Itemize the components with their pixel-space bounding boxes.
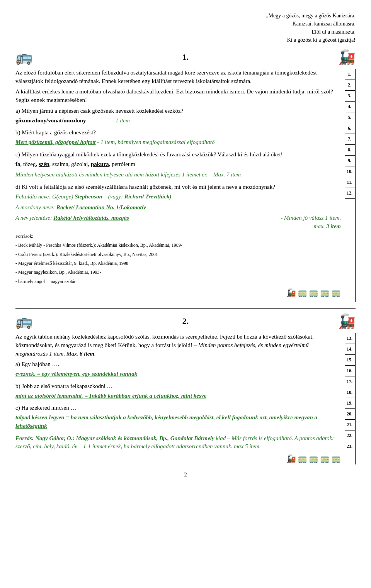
score-row-5: 5.	[345, 112, 355, 123]
answer-2b-text: mint az utolsóról lemaradni. = Inkább ko…	[15, 392, 341, 400]
page: „Megy a gőzös, megy a gőzös Kanizsára, K…	[15, 12, 356, 479]
section1-sources: Források: - Beck Mihály - Peschka Vilmos…	[15, 233, 341, 285]
poem-line4: Ki a gőzöst ki a gőzöst igazítja!	[15, 36, 356, 44]
answer-1d-train1: A mozdony neve: Rocket/ Locomotion No. 1…	[15, 203, 341, 212]
mini-train-4: 🚃	[320, 287, 330, 298]
mini-train-s2-4: 🚃	[320, 453, 330, 464]
score-row-15: 15.	[345, 355, 355, 366]
section1-intro1: Az előző fordulóban elért sikereiden fel…	[15, 69, 341, 86]
score-row-17: 17.	[345, 376, 355, 387]
answer-1d-inventor: Feltaláló neve: G(eorge) Stephenson (vag…	[15, 193, 341, 201]
answer-1d-train2-row: A név jelentése: Rakéta/ helyváltoztatás…	[15, 214, 341, 231]
question-1d: d) Ki volt a feltalálója az első személy…	[15, 183, 341, 298]
score-row-18: 18.	[345, 387, 355, 398]
mini-train-s2-5: 🚃	[331, 453, 341, 464]
source-1: - Beck Mihály - Peschka Vilmos (főszerk.…	[15, 242, 341, 249]
source-4: - Magyar nagylexikon, Bp., Akadémiai, 19…	[15, 269, 341, 276]
mini-train-2: 🚃	[298, 287, 307, 298]
score-column-1: 1. 2. 3. 4. 5. 6. 7. 8. 9. 10. 11. 12.	[345, 69, 356, 302]
question-2c-label: c) Ha szekered nincsen …	[15, 404, 341, 412]
mini-train-s2-3: 🚃	[309, 453, 318, 464]
answer-1b-text: Mert gőzüzemű, gőzgéppel hajtott - 1 ite…	[15, 139, 214, 145]
source-5: - bármely angol – magyar szótár	[15, 278, 341, 285]
question-1b: b) Miért kapta a gőzös elnevezést? Mert …	[15, 129, 341, 147]
mini-train-s2-2: 🚃	[298, 453, 307, 464]
train-icon-right-2: 🚂	[338, 311, 356, 331]
bus-icon-left: 🚌	[15, 47, 33, 67]
answer-1a-text: gőzmozdony/vonat/mozdony	[15, 117, 86, 124]
score-row-4: 4.	[345, 102, 355, 112]
question-2b: b) Jobb az első vonatra felkapaszkodni ……	[15, 382, 341, 400]
mini-trains-row: 🚂 🚃 🚃 🚃 🚃	[15, 287, 341, 298]
question-2a: a) Egy hajóban …. eveznek. = egy vélemén…	[15, 360, 341, 378]
score-row-22: 22.	[345, 430, 355, 441]
score-row-10: 10.	[345, 166, 355, 177]
score-column-2: 13. 14. 15. 16. 17. 18. 19. 20. 21. 22. …	[345, 333, 356, 464]
answer-1b: Mert gőzüzemű, gőzgéppel hajtott - 1 ite…	[15, 138, 341, 147]
score-row-16: 16.	[345, 366, 355, 376]
section2-header: 🚌 2. 🚂	[15, 315, 356, 327]
score-row-13: 13.	[345, 333, 355, 344]
source-3: - Magyar értelmező kéziszótár, 9. kiad.,…	[15, 260, 341, 267]
section2-number: 2.	[182, 315, 189, 327]
train-icon-right: 🚂	[338, 47, 356, 67]
question-1a: a) Milyen jármű a népiesen csak gőzösnek…	[15, 107, 341, 125]
score-row-11: 11.	[345, 177, 355, 188]
section1-header: 🚌 1. 🚂	[15, 51, 356, 63]
section2-container: Az egyik tablón néhány közlekedéshez kap…	[15, 333, 356, 464]
answer-1c-list: fa, tőzeg, szén, szalma, gázolaj, pakura…	[15, 160, 341, 169]
score-row-6: 6.	[345, 123, 355, 134]
score-row-8: 8.	[345, 145, 355, 156]
score-row-19: 19.	[345, 398, 355, 409]
answer-2a-text: eveznek. = egy véleményen, egy szándékka…	[15, 370, 341, 378]
answer-1c-fa: fa	[15, 161, 20, 167]
score-row-9: 9.	[345, 156, 355, 166]
question-1b-label: b) Miért kapta a gőzös elnevezést?	[15, 129, 341, 137]
score-row-14: 14.	[345, 344, 355, 355]
answer-1c-note: Minden helyesen aláhúzott és minden hely…	[15, 171, 341, 179]
question-2b-label: b) Jobb az első vonatra felkapaszkodni …	[15, 382, 341, 391]
poem-line3: Elől ül a masiniszta,	[15, 28, 356, 36]
section2-source-note: Forrás: Nagy Gábor, O.: Magyar szólások …	[15, 434, 341, 451]
score-row-23: 23.	[345, 441, 355, 452]
sources-title: Források:	[15, 233, 341, 240]
page-number: 2	[15, 471, 356, 479]
question-1a-label: a) Milyen jármű a népiesen csak gőzösnek…	[15, 107, 341, 115]
section1-number: 1.	[182, 51, 189, 63]
score-row-7: 7.	[345, 134, 355, 145]
answer-2c-text: talpad készen legyen = ha nem választhat…	[15, 413, 341, 430]
answer-1a-score: - 1 item	[112, 117, 130, 124]
header-poem: „Megy a gőzös, megy a gőzös Kanizsára, K…	[15, 12, 356, 44]
answer-1c-szen: szén	[39, 161, 49, 167]
mini-train-3: 🚃	[309, 287, 318, 298]
score-row-2: 2.	[345, 80, 355, 91]
source-2: - Csóti Ferenc (szerk.): Közlekedéstörté…	[15, 251, 341, 258]
poem-line1: „Megy a gőzös, megy a gőzös Kanizsára,	[15, 12, 356, 20]
section2-main: Az egyik tablón néhány közlekedéshez kap…	[15, 333, 341, 464]
answer-1a: gőzmozdony/vonat/mozdony - 1 item	[15, 117, 341, 125]
question-1c-label: c) Milyen tüzelőanyaggal működtek ezek a…	[15, 151, 341, 159]
score-row-12: 12.	[345, 188, 355, 199]
question-2c: c) Ha szekered nincsen … talpad készen l…	[15, 404, 341, 430]
question-1c: c) Milyen tüzelőanyaggal működtek ezek a…	[15, 151, 341, 179]
answer-1d-train2: A név jelentése: Rakéta/ helyváltoztatás…	[15, 214, 129, 231]
section2-intro: Az egyik tablón néhány közlekedéshez kap…	[15, 333, 341, 358]
score-row-1: 1.	[345, 69, 355, 80]
mini-train-s2-1: 🚂	[286, 453, 296, 464]
section1-container: Az előző fordulóban elért sikereiden fel…	[15, 69, 356, 302]
score-row-21: 21.	[345, 420, 355, 430]
section1-intro2: A kiállítást érdekes lenne a mottóban ol…	[15, 88, 341, 105]
section1-main: Az előző fordulóban elért sikereiden fel…	[15, 69, 341, 302]
answer-1d-score: - Minden jó válasz 1 item,max. 3 item	[281, 214, 341, 231]
question-2a-label: a) Egy hajóban ….	[15, 360, 341, 369]
section-divider	[15, 308, 356, 309]
score-row-20: 20.	[345, 409, 355, 420]
poem-line2: Kanizsai, kanizsai állomásra.	[15, 20, 356, 28]
mini-trains-row-2: 🚂 🚃 🚃 🚃 🚃	[15, 453, 341, 464]
score-row-3: 3.	[345, 91, 355, 102]
answer-1c-pakura: pakura	[91, 161, 109, 167]
question-1d-label: d) Ki volt a feltalálója az első személy…	[15, 183, 341, 191]
mini-train-5: 🚃	[331, 287, 341, 298]
mini-train-1: 🚂	[286, 287, 296, 298]
bus-icon-left-2: 🚌	[15, 311, 33, 331]
